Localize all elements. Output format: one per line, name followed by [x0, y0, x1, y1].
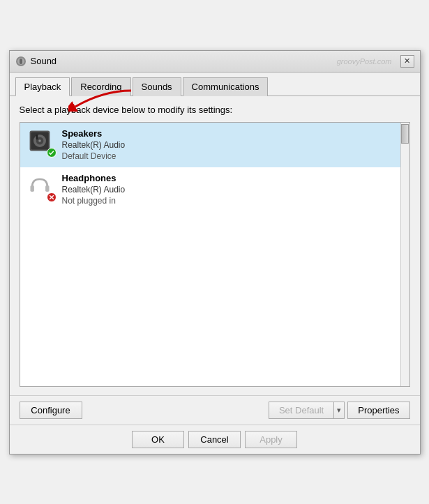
svg-point-8 [38, 139, 41, 142]
svg-rect-3 [20, 59, 22, 64]
headphones-name: Headphones [62, 173, 126, 183]
scrollbar-thumb[interactable] [401, 124, 409, 144]
device-list-content: Speakers Realtek(R) Audio Default Device [20, 123, 400, 386]
speakers-name: Speakers [62, 128, 126, 139]
device-list: Speakers Realtek(R) Audio Default Device [20, 122, 410, 387]
tab-sounds[interactable]: Sounds [133, 77, 181, 96]
tab-communications[interactable]: Communications [183, 77, 269, 96]
tabs-bar: Playback Recording Sounds Communications [10, 72, 420, 96]
title-bar: Sound groovyPost.com ✕ [10, 51, 420, 72]
set-default-group: Set Default ▾ Properties [269, 402, 410, 419]
speakers-status: Default Device [62, 151, 126, 161]
configure-button[interactable]: Configure [20, 402, 82, 419]
cancel-button[interactable]: Cancel [188, 431, 241, 448]
headphones-status: Not plugged in [62, 196, 126, 206]
speakers-info: Speakers Realtek(R) Audio Default Device [62, 128, 126, 161]
watermark-text: groovyPost.com [337, 57, 392, 66]
speakers-icon-container [27, 128, 55, 156]
sound-dialog: Sound groovyPost.com ✕ Playback Recordin… [9, 50, 421, 455]
svg-rect-9 [36, 135, 38, 139]
properties-button[interactable]: Properties [347, 402, 409, 419]
svg-rect-10 [30, 185, 33, 192]
headphones-status-badge [47, 192, 57, 202]
content-area: Select a playback device below to modify… [10, 96, 420, 395]
window-title: Sound [31, 56, 57, 66]
apply-button[interactable]: Apply [245, 431, 297, 448]
device-item-speakers[interactable]: Speakers Realtek(R) Audio Default Device [20, 123, 400, 167]
dialog-buttons-row: OK Cancel Apply [10, 425, 420, 454]
title-bar-controls: groovyPost.com ✕ [337, 55, 414, 68]
tab-recording[interactable]: Recording [71, 77, 130, 96]
set-default-button[interactable]: Set Default [269, 402, 333, 419]
title-bar-left: Sound [15, 56, 57, 67]
tab-playback[interactable]: Playback [15, 77, 70, 96]
instruction-text: Select a playback device below to modify… [20, 105, 410, 115]
set-default-dropdown-button[interactable]: ▾ [333, 402, 345, 419]
speakers-status-badge [47, 148, 57, 158]
bottom-buttons-row: Configure Set Default ▾ Properties [10, 395, 420, 425]
close-button[interactable]: ✕ [400, 55, 414, 68]
window-icon [15, 56, 27, 67]
headphones-icon-container [27, 173, 55, 201]
ok-button[interactable]: OK [132, 431, 184, 448]
scrollbar[interactable] [400, 123, 409, 386]
headphones-driver: Realtek(R) Audio [62, 185, 126, 194]
svg-rect-11 [45, 185, 49, 192]
device-item-headphones[interactable]: Headphones Realtek(R) Audio Not plugged … [20, 167, 400, 212]
headphones-info: Headphones Realtek(R) Audio Not plugged … [62, 173, 126, 206]
speakers-driver: Realtek(R) Audio [62, 140, 126, 150]
